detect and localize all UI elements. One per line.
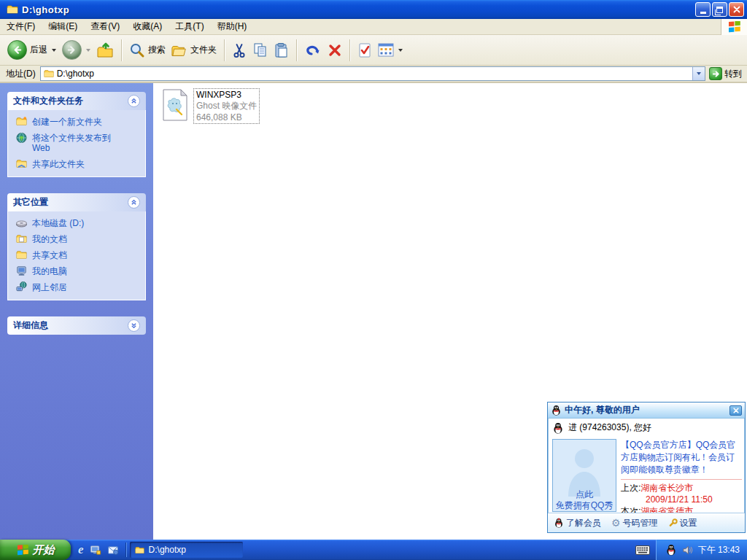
- outlook-icon[interactable]: [107, 545, 119, 556]
- qq-link-label: 了解会员: [566, 517, 601, 529]
- minimize-button[interactable]: [695, 2, 711, 17]
- file-tile-winxpsp3[interactable]: WINXPSP3 Ghost 映像文件 646,088 KB: [162, 89, 271, 123]
- close-icon: [733, 6, 740, 13]
- panel-details-header[interactable]: 详细信息: [7, 316, 146, 335]
- address-dropdown-button[interactable]: [692, 67, 705, 80]
- qq-close-button[interactable]: [729, 405, 742, 416]
- place-network[interactable]: 网上邻居: [15, 281, 142, 292]
- window-titlebar[interactable]: D:\ghotxp: [0, 0, 747, 19]
- folder-icon: [15, 249, 28, 260]
- cut-button[interactable]: [229, 41, 249, 60]
- close-button[interactable]: [729, 2, 744, 17]
- start-label: 开始: [33, 543, 55, 557]
- restore-button[interactable]: [712, 2, 727, 17]
- place-label: 我的电脑: [32, 265, 67, 276]
- file-text-block[interactable]: WINXPSP3 Ghost 映像文件 646,088 KB: [194, 89, 259, 123]
- volume-icon[interactable]: [682, 545, 693, 556]
- task-publish-web[interactable]: 将这个文件夹发布到 Web: [15, 132, 142, 153]
- folders-label: 文件夹: [190, 44, 217, 56]
- go-label: 转到: [724, 68, 742, 80]
- qq-popup: 中午好, 尊敬的用户 进 (974263035), 您好 点此 免费拥有QQ秀 …: [547, 402, 746, 533]
- ie-icon[interactable]: e: [78, 544, 84, 556]
- qq-link-member[interactable]: 了解会员: [554, 517, 601, 529]
- gear-icon: ⚙: [611, 518, 621, 527]
- search-label: 搜索: [148, 44, 166, 56]
- go-button[interactable]: 转到: [705, 66, 746, 82]
- qq-ad-text[interactable]: 【QQ会员官方店】QQ会员官方店购物志订阅有礼！会员订阅即能领取尊贵徽章！: [621, 439, 742, 476]
- minimize-icon: [700, 12, 706, 14]
- windows-logo-icon: [17, 545, 29, 556]
- dropdown-arrow-icon: [697, 72, 701, 75]
- clock[interactable]: 下午 13:43: [698, 544, 740, 556]
- place-my-documents[interactable]: 我的文档: [15, 233, 142, 244]
- forward-icon: [62, 40, 82, 60]
- desktop: D:\ghotxp 文件(F) 编辑(E) 查看(V) 收藏(A) 工具(T) …: [0, 0, 747, 560]
- task-pane: 文件和文件夹任务 创建一个新文件夹: [0, 83, 153, 540]
- task-share-folder[interactable]: 共享此文件夹: [15, 158, 142, 169]
- file-name: WINXPSP3: [196, 90, 257, 100]
- qq-tray-icon[interactable]: [665, 544, 677, 556]
- views-dropdown-icon: [398, 49, 403, 52]
- taskbar-task-dghotxp[interactable]: D:\ghotxp: [130, 542, 243, 558]
- folders-button[interactable]: 文件夹: [169, 42, 220, 59]
- place-shared-documents[interactable]: 共享文档: [15, 249, 142, 260]
- panel-file-tasks-header[interactable]: 文件和文件夹任务: [7, 92, 146, 110]
- qq-popup-title: 中午好, 尊敬的用户: [565, 404, 729, 416]
- checkmark-doc-icon: [357, 42, 372, 58]
- start-button[interactable]: 开始: [0, 540, 71, 560]
- up-button[interactable]: [93, 40, 117, 61]
- network-icon: [15, 281, 28, 292]
- task-label: 创建一个新文件夹: [32, 116, 102, 127]
- menu-file[interactable]: 文件(F): [0, 18, 42, 35]
- menu-view[interactable]: 查看(V): [84, 18, 126, 35]
- menu-edit[interactable]: 编辑(E): [42, 18, 84, 35]
- collapse-button[interactable]: [128, 196, 140, 209]
- qq-avatar-line1: 点此: [576, 489, 593, 500]
- copy-icon: [252, 42, 268, 58]
- views-button[interactable]: [375, 42, 406, 58]
- copy-button[interactable]: [249, 41, 271, 60]
- menu-favorites[interactable]: 收藏(A): [126, 18, 169, 35]
- back-button[interactable]: 后退: [4, 39, 59, 61]
- undo-button[interactable]: [301, 41, 325, 60]
- task-button-label: D:\ghotxp: [149, 545, 186, 555]
- collapse-button[interactable]: [128, 95, 140, 107]
- windows-logo: [721, 19, 747, 35]
- keyboard-icon[interactable]: [635, 545, 650, 555]
- qq-popup-titlebar[interactable]: 中午好, 尊敬的用户: [548, 402, 745, 419]
- folder-icon: [43, 69, 55, 79]
- taskbar: 开始 e D:\ghotxp: [0, 540, 747, 560]
- ghost-file-icon: [162, 89, 188, 121]
- checkmark-doc-button[interactable]: [355, 41, 375, 60]
- address-combobox[interactable]: D:\ghotxp: [40, 66, 705, 81]
- place-my-computer[interactable]: 我的电脑: [15, 265, 142, 276]
- qq-avatar-box[interactable]: 点此 免费拥有QQ秀: [552, 439, 616, 512]
- panel-file-tasks: 文件和文件夹任务 创建一个新文件夹: [7, 92, 146, 177]
- menu-help[interactable]: 帮助(H): [211, 18, 254, 35]
- task-create-folder[interactable]: 创建一个新文件夹: [15, 116, 142, 127]
- place-label: 本地磁盘 (D:): [32, 217, 84, 228]
- panel-title: 文件和文件夹任务: [13, 95, 83, 107]
- qq-member-icon: [554, 518, 564, 528]
- delete-button[interactable]: [325, 42, 345, 59]
- forward-button[interactable]: [59, 39, 93, 61]
- qq-link-account[interactable]: ⚙ 号码管理: [611, 517, 658, 529]
- paste-button[interactable]: [271, 41, 292, 60]
- qq-body-text: 【QQ会员官方店】QQ会员官方店购物志订阅有礼！会员订阅即能领取尊贵徽章！ 上次…: [621, 439, 742, 517]
- paste-icon: [274, 42, 289, 58]
- file-size: 646,088 KB: [196, 112, 257, 122]
- task-label: 共享此文件夹: [32, 158, 85, 169]
- address-value[interactable]: D:\ghotxp: [57, 69, 692, 79]
- system-tray: 下午 13:43: [656, 540, 747, 560]
- panel-title: 其它位置: [13, 196, 48, 209]
- show-desktop-icon[interactable]: [90, 545, 101, 556]
- place-local-disk[interactable]: 本地磁盘 (D:): [15, 217, 142, 228]
- shared-folder-icon: [15, 158, 28, 169]
- panel-title: 详细信息: [13, 319, 48, 332]
- search-button[interactable]: 搜索: [126, 41, 169, 60]
- qq-link-settings[interactable]: 设置: [668, 517, 697, 529]
- expand-button[interactable]: [128, 319, 140, 332]
- menu-tools[interactable]: 工具(T): [169, 18, 210, 35]
- panel-other-places-header[interactable]: 其它位置: [7, 193, 146, 211]
- place-label: 网上邻居: [32, 281, 67, 292]
